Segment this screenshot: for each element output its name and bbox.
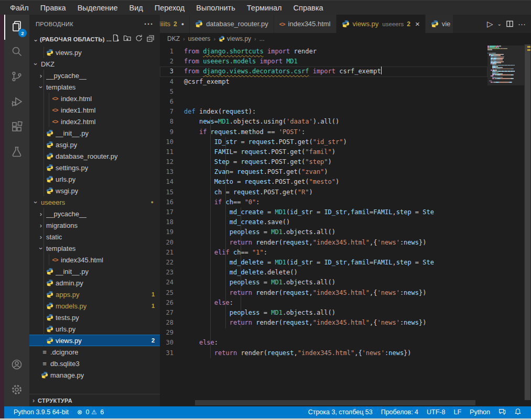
tree-item-index1.html[interactable]: <>index1.html <box>29 104 160 116</box>
breadcrumb-item-...[interactable]: ... <box>259 35 265 42</box>
code-line-29[interactable]: 29 <box>160 328 487 338</box>
code-line-25[interactable]: 25 return render(request,"index345.html"… <box>160 288 487 298</box>
code-line-6[interactable]: 6 <box>160 97 487 107</box>
source-control-activity-button[interactable] <box>4 65 29 90</box>
vertical-scrollbar-thumb[interactable] <box>525 45 530 400</box>
code-line-19[interactable]: 19 peopless = MD1.objects.all() <box>160 227 487 237</box>
vertical-scrollbar[interactable] <box>524 45 531 400</box>
code-line-20[interactable]: 20 return render(request,"index345.html"… <box>160 238 487 248</box>
tree-item-views.py[interactable]: views.py2 <box>29 335 160 346</box>
menu-item-1[interactable]: Файл <box>4 1 35 15</box>
tree-item-index2.html[interactable]: <>index2.html <box>29 116 160 127</box>
code-line-4[interactable]: 4@csrf_exempt <box>160 77 487 87</box>
tab-views.py[interactable]: views.pyuseeers2× <box>337 15 425 33</box>
tab-diiits[interactable]: diiits2● <box>160 15 189 33</box>
tree-item-wsgi.py[interactable]: wsgi.py <box>29 185 160 196</box>
tree-item-__init__.py[interactable]: __init__.py <box>29 127 160 139</box>
notifications-button[interactable] <box>510 406 526 418</box>
more-actions-button[interactable]: ··· <box>517 18 527 29</box>
minimap[interactable] <box>487 46 524 83</box>
code-line-5[interactable]: 5 <box>160 87 487 97</box>
outline-section-header[interactable]: › СТРУКТУРА <box>29 394 160 406</box>
code-line-26[interactable]: 26 else: <box>160 298 487 308</box>
tree-item-settings.py[interactable]: settings.py <box>29 162 160 173</box>
code-line-15[interactable]: 15 ch = request.POST.get("R") <box>160 187 487 197</box>
breadcrumb-item-DKZ[interactable]: DKZ <box>167 35 180 42</box>
code-line-27[interactable]: 27 peopless = MD1.objects.all() <box>160 308 487 318</box>
tree-item-urls.py[interactable]: urls.py <box>29 173 160 185</box>
tab-database_roouter.py[interactable]: database_roouter.py <box>190 15 274 33</box>
tweet-feedback-button[interactable] <box>494 406 510 418</box>
breadcrumb-item-views.py[interactable]: views.py <box>219 35 251 42</box>
tree-item-templates[interactable]: ›templates <box>29 81 160 93</box>
tree-item-__init__.py[interactable]: __init__.py <box>29 266 160 277</box>
code-line-8[interactable]: 8 news=MD1.objects.using('daata').all() <box>160 117 487 127</box>
tree-item-index345.html[interactable]: <>index345.html <box>29 254 160 266</box>
tree-item-static[interactable]: ›static <box>29 231 160 242</box>
tree-item-index.html[interactable]: <>index.html <box>29 93 160 104</box>
tree-item-models.py[interactable]: models.py1 <box>29 300 160 312</box>
tree-item-apps.py[interactable]: apps.py1 <box>29 289 160 300</box>
code-line-22[interactable]: 22 md_delete = MD1(id_str = ID_str,famil… <box>160 258 487 268</box>
tree-item-views.py[interactable]: views.py <box>29 47 160 58</box>
menu-item-5[interactable]: Переход <box>149 1 191 15</box>
minimap-slider[interactable] <box>487 46 524 85</box>
split-editor-button[interactable] <box>505 19 515 29</box>
status-encoding[interactable]: UTF-8 <box>422 406 449 418</box>
menu-item-4[interactable]: Вид <box>123 1 148 15</box>
tree-item-DKZ[interactable]: ›DKZ <box>29 58 160 70</box>
tree-item-useeers[interactable]: ›useeers● <box>29 196 160 208</box>
tree-item-db.sqlite3[interactable]: ≡db.sqlite3 <box>29 358 160 369</box>
code-line-28[interactable]: 28 return render(request,"index345.html"… <box>160 318 487 328</box>
code-line-18[interactable]: 18 md_create.save() <box>160 217 487 227</box>
status-eol[interactable]: LF <box>449 406 465 418</box>
code-line-31[interactable]: 31 return render(request,"index345.html"… <box>160 348 487 358</box>
code-line-3[interactable]: 3from django.views.decorators.csrf impor… <box>160 67 487 76</box>
menu-item-8[interactable]: Справка <box>288 1 329 15</box>
tree-item-admin.py[interactable]: admin.py <box>29 277 160 289</box>
status-indentation[interactable]: Пробелов: 4 <box>377 406 422 418</box>
menu-item-7[interactable]: Терминал <box>241 1 288 15</box>
refresh-button[interactable] <box>135 34 143 45</box>
tree-item-tests.py[interactable]: tests.py <box>29 312 160 323</box>
run-dropdown-chevron-icon[interactable]: ⌄ <box>496 20 503 28</box>
code-line-30[interactable]: 30 else: <box>160 338 487 348</box>
status-python-interpreter[interactable]: Python 3.9.5 64-bit <box>9 406 73 418</box>
tree-item-.dcignore[interactable]: ≡.dcignore <box>29 346 160 358</box>
menu-item-6[interactable]: Выполнить <box>190 1 241 15</box>
tree-item-migrations[interactable]: ›migrations <box>29 219 160 231</box>
explorer-activity-button[interactable]: 2 <box>4 15 29 40</box>
tree-item-database_roouter.py[interactable]: database_roouter.py <box>29 150 160 162</box>
code-line-9[interactable]: 9 if request.method == 'POST': <box>160 127 487 137</box>
code-line-2[interactable]: 2from useeers.models import MD1 <box>160 57 487 67</box>
extensions-activity-button[interactable] <box>4 115 29 140</box>
tree-item-__pycache__[interactable]: ›__pycache__ <box>29 208 160 219</box>
breadcrumb-item-useeers[interactable]: useeers <box>188 35 211 42</box>
testing-activity-button[interactable] <box>4 140 29 165</box>
code-line-21[interactable]: 21 elif ch== "1": <box>160 248 487 258</box>
new-folder-button[interactable] <box>123 34 132 45</box>
tree-item-__pycache__[interactable]: ›__pycache__ <box>29 70 160 81</box>
code-line-13[interactable]: 13 Zvan= request.POST.get("zvan") <box>160 167 487 177</box>
menu-item-3[interactable]: Выделение <box>72 1 124 15</box>
code-line-10[interactable]: 10 ID_str = request.POST.get("id_str") <box>160 137 487 147</box>
collapse-folders-button[interactable] <box>146 34 155 45</box>
menu-item-2[interactable]: Правка <box>35 1 72 15</box>
workspace-section-header[interactable]: ⌄ (РАБОЧАЯ ОБЛАСТЬ) ... <box>29 33 160 46</box>
explorer-more-actions-button[interactable]: ··· <box>144 19 154 28</box>
search-activity-button[interactable] <box>4 40 29 65</box>
status-language[interactable]: Python <box>465 406 494 418</box>
code-line-12[interactable]: 12 Step = request.POST.get("step") <box>160 157 487 167</box>
new-file-button[interactable] <box>112 34 120 45</box>
tab-vie[interactable]: vie <box>426 15 453 33</box>
status-cursor-position[interactable]: Строка 3, столбец 53 <box>304 406 377 418</box>
run-python-file-button[interactable]: ▷ <box>486 18 494 30</box>
tree-item-templates[interactable]: ›templates <box>29 242 160 254</box>
code-line-11[interactable]: 11 FAMIL= request.POST.get("famil") <box>160 147 487 157</box>
code-line-16[interactable]: 16 if ch== "0": <box>160 197 487 207</box>
code-line-14[interactable]: 14 Mesto = request.POST.get("mesto") <box>160 177 487 187</box>
tab-index345.html[interactable]: <>index345.html <box>274 15 336 33</box>
account-button[interactable] <box>4 353 29 378</box>
code-line-23[interactable]: 23 md_delete.delete() <box>160 268 487 278</box>
code-line-1[interactable]: 1from django.shortcuts import render <box>160 47 487 57</box>
